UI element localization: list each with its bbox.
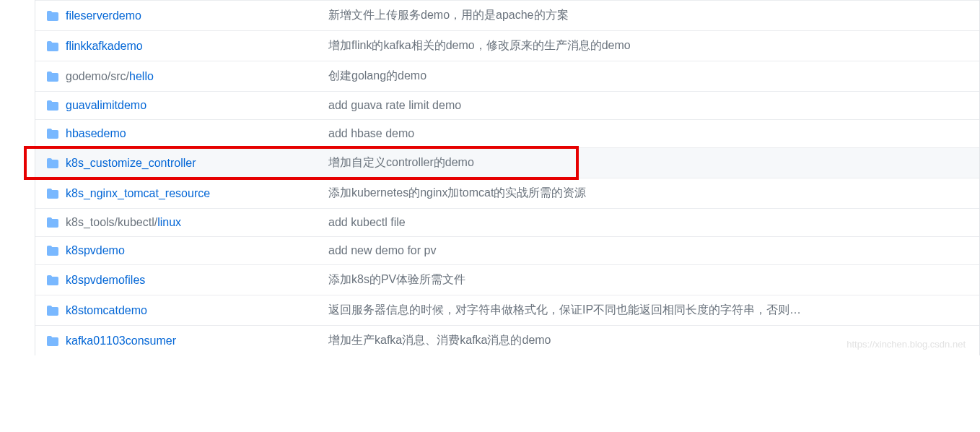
file-link[interactable]: linux bbox=[157, 216, 181, 228]
file-link[interactable]: hello bbox=[129, 70, 154, 82]
commit-message[interactable]: add new demo for pv bbox=[328, 244, 968, 257]
file-row[interactable]: k8stomcatdemo返回服务器信息的时候，对字符串做格式化，保证IP不同也… bbox=[35, 295, 979, 325]
file-link[interactable]: kafka01103consumer bbox=[66, 334, 176, 347]
file-name-wrap: k8stomcatdemo bbox=[66, 304, 147, 317]
folder-icon bbox=[47, 217, 58, 228]
file-name-wrap: kafka01103consumer bbox=[66, 334, 176, 347]
file-name-wrap: k8spvdemofiles bbox=[66, 274, 145, 287]
commit-message[interactable]: 创建golang的demo bbox=[328, 69, 968, 84]
commit-message[interactable]: 新增文件上传服务demo，用的是apache的方案 bbox=[328, 8, 968, 23]
file-link[interactable]: k8s_nginx_tomcat_resource bbox=[66, 187, 210, 199]
file-row[interactable]: k8s_customize_controller增加自定义controller的… bbox=[35, 147, 979, 178]
file-name-cell: godemo/src/hello bbox=[47, 70, 328, 83]
file-row[interactable]: k8spvdemoadd new demo for pv bbox=[35, 236, 979, 264]
path-prefix: k8s_tools/kubectl/ bbox=[66, 216, 157, 228]
file-name-wrap: hbasedemo bbox=[66, 127, 126, 140]
file-name-cell: k8s_tools/kubectl/linux bbox=[47, 216, 328, 229]
folder-icon bbox=[47, 335, 58, 347]
folder-icon bbox=[47, 10, 58, 22]
file-link[interactable]: k8s_customize_controller bbox=[66, 157, 196, 169]
commit-message[interactable]: 增加flink的kafka相关的demo，修改原来的生产消息的demo bbox=[328, 38, 968, 53]
commit-message[interactable]: add guava rate limit demo bbox=[328, 99, 968, 112]
commit-message[interactable]: 返回服务器信息的时候，对字符串做格式化，保证IP不同也能返回相同长度的字符串，否… bbox=[328, 303, 968, 318]
file-name-wrap: k8s_customize_controller bbox=[66, 157, 196, 170]
file-row[interactable]: guavalimitdemoadd guava rate limit demo bbox=[35, 91, 979, 119]
folder-icon bbox=[47, 100, 58, 111]
file-row[interactable]: kafka01103consumer增加生产kafka消息、消费kafka消息的… bbox=[35, 325, 979, 355]
file-row[interactable]: k8s_tools/kubectl/linuxadd kubectl file bbox=[35, 208, 979, 236]
file-row[interactable]: flinkkafkademo增加flink的kafka相关的demo，修改原来的… bbox=[35, 30, 979, 61]
file-name-cell: fileserverdemo bbox=[47, 9, 328, 22]
file-name-cell: flinkkafkademo bbox=[47, 40, 328, 53]
watermark: https://xinchen.blog.csdn.net bbox=[846, 339, 966, 350]
file-name-wrap: k8spvdemo bbox=[66, 244, 125, 257]
file-name-cell: k8stomcatdemo bbox=[47, 304, 328, 317]
file-link[interactable]: guavalimitdemo bbox=[66, 99, 146, 111]
folder-icon bbox=[47, 71, 58, 82]
file-row[interactable]: hbasedemoadd hbase demo bbox=[35, 119, 979, 147]
path-prefix: godemo/src/ bbox=[66, 70, 129, 82]
folder-icon bbox=[47, 157, 58, 169]
folder-icon bbox=[47, 275, 58, 286]
commit-message[interactable]: add kubectl file bbox=[328, 216, 968, 229]
commit-message[interactable]: add hbase demo bbox=[328, 127, 968, 140]
file-name-cell: k8s_customize_controller bbox=[47, 157, 328, 170]
file-name-cell: kafka01103consumer bbox=[47, 334, 328, 347]
commit-message[interactable]: 添加kubernetes的nginx加tomcat的实战所需的资源 bbox=[328, 186, 968, 201]
file-name-cell: k8spvdemo bbox=[47, 244, 328, 257]
folder-icon bbox=[47, 245, 58, 256]
file-row[interactable]: k8s_nginx_tomcat_resource添加kubernetes的ng… bbox=[35, 178, 979, 208]
file-link[interactable]: fileserverdemo bbox=[66, 9, 141, 22]
file-link[interactable]: hbasedemo bbox=[66, 127, 126, 139]
file-link[interactable]: k8spvdemofiles bbox=[66, 274, 145, 286]
file-link[interactable]: k8stomcatdemo bbox=[66, 304, 147, 316]
file-name-cell: hbasedemo bbox=[47, 127, 328, 140]
file-link[interactable]: k8spvdemo bbox=[66, 244, 125, 256]
file-name-cell: k8s_nginx_tomcat_resource bbox=[47, 187, 328, 200]
folder-icon bbox=[47, 188, 58, 199]
file-name-wrap: godemo/src/hello bbox=[66, 70, 154, 83]
file-row[interactable]: godemo/src/hello创建golang的demo bbox=[35, 61, 979, 91]
commit-message[interactable]: 增加自定义controller的demo bbox=[328, 155, 968, 170]
file-row[interactable]: k8spvdemofiles添加k8s的PV体验所需文件 bbox=[35, 264, 979, 295]
folder-icon bbox=[47, 40, 58, 52]
folder-icon bbox=[47, 128, 58, 139]
file-name-cell: guavalimitdemo bbox=[47, 99, 328, 112]
file-row[interactable]: fileserverdemo新增文件上传服务demo，用的是apache的方案 bbox=[35, 0, 979, 30]
file-list: fileserverdemo新增文件上传服务demo，用的是apache的方案f… bbox=[35, 0, 980, 355]
file-name-wrap: k8s_tools/kubectl/linux bbox=[66, 216, 181, 229]
file-name-wrap: k8s_nginx_tomcat_resource bbox=[66, 187, 210, 200]
file-name-wrap: guavalimitdemo bbox=[66, 99, 146, 112]
file-link[interactable]: flinkkafkademo bbox=[66, 40, 143, 52]
file-name-wrap: flinkkafkademo bbox=[66, 40, 143, 53]
file-name-wrap: fileserverdemo bbox=[66, 9, 141, 22]
folder-icon bbox=[47, 305, 58, 316]
commit-message[interactable]: 添加k8s的PV体验所需文件 bbox=[328, 272, 968, 288]
file-name-cell: k8spvdemofiles bbox=[47, 274, 328, 287]
